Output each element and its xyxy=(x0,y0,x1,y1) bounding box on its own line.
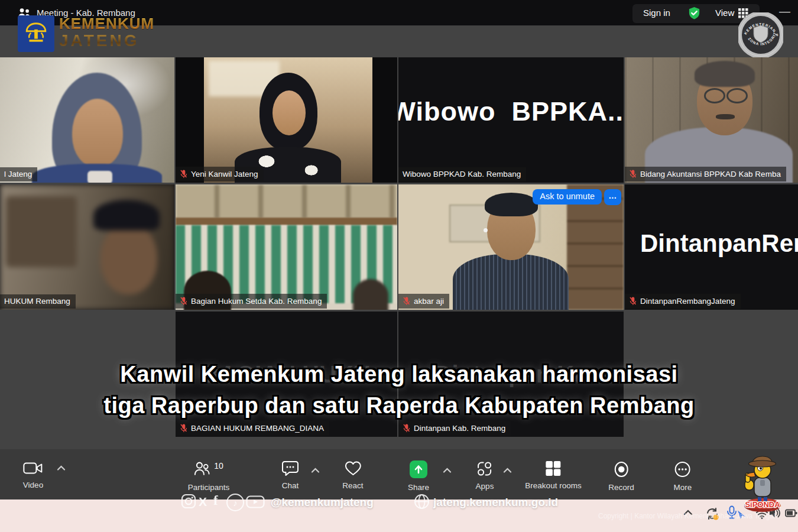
participant-video xyxy=(625,57,798,183)
participant-name-label: Yeni Kanwil Jateng xyxy=(176,167,264,181)
record-icon xyxy=(612,460,630,478)
participant-name: Dintanpan Kab. Rembang xyxy=(414,424,505,433)
video-tile-bidang-akuntansi[interactable]: Bidang Akuntansi BPPKAD Kab Remba xyxy=(625,57,798,183)
globe-icon xyxy=(414,494,430,510)
chat-label: Chat xyxy=(282,481,299,490)
record-button[interactable]: Record xyxy=(608,460,634,492)
react-button[interactable]: React xyxy=(342,460,363,490)
participants-label: Participants xyxy=(188,483,230,492)
video-tile-bagian-hukum-setda[interactable]: Bagian Hukum Setda Kab. Rembang xyxy=(176,184,397,310)
more-label: More xyxy=(674,483,692,492)
participant-name-label: Bidang Akuntansi BPPKAD Kab Remba xyxy=(625,167,786,181)
participant-video xyxy=(0,57,174,183)
video-tile-jateng[interactable]: l Jateng xyxy=(0,57,174,183)
participant-name-label: BAGIAN HUKUM REMBANG_DIANA xyxy=(176,421,329,436)
zoom-meeting-window: Meeting - Kab. Rembang Sign in View — KE… xyxy=(0,0,798,532)
share-chevron-up-icon[interactable] xyxy=(443,468,452,473)
breakout-rooms-icon xyxy=(545,460,561,476)
more-ellipsis-icon xyxy=(674,460,692,478)
muted-mic-icon xyxy=(180,423,187,433)
share-label: Share xyxy=(408,483,429,492)
kemenkum-jateng-logo: KEMENKUM JATENG xyxy=(18,15,154,52)
video-tile-hukum-rembang[interactable]: HUKUM Rembang xyxy=(0,184,174,310)
participant-name: akbar aji xyxy=(414,297,444,306)
chat-button[interactable]: Chat xyxy=(282,460,299,490)
video-tile-dintanpan-rembang[interactable]: DintanpanRem DintanpanRembangJateng xyxy=(625,184,798,310)
participant-name: Bagian Hukum Setda Kab. Rembang xyxy=(191,297,322,306)
logo-text-kemenkum: KEMENKUM xyxy=(59,15,154,32)
participant-video xyxy=(204,57,372,183)
chat-chevron-up-icon[interactable] xyxy=(311,468,320,473)
website-url: jateng.kemenkum.go.id xyxy=(433,496,558,509)
caption-line-1: Kanwil Kemenkum Jateng laksanakan harmon… xyxy=(0,359,798,390)
muted-mic-icon xyxy=(403,296,410,306)
video-tile-akbar-aji[interactable]: Ask to unmute ⋯ akbar aji xyxy=(398,184,624,310)
sign-in-button[interactable]: Sign in xyxy=(643,8,670,18)
apps-label: Apps xyxy=(476,482,494,491)
participant-name-label: Dintanpan Kab. Rembang xyxy=(398,421,511,436)
ask-to-unmute-button[interactable]: Ask to unmute xyxy=(533,189,602,205)
more-button[interactable]: More xyxy=(674,460,692,492)
participants-count: 10 xyxy=(214,461,223,471)
chat-bubble-icon xyxy=(282,460,299,476)
person-hair xyxy=(485,193,538,216)
participant-name: HUKUM Rembang xyxy=(4,297,70,306)
pengayoman-emblem xyxy=(18,15,54,52)
heart-icon xyxy=(344,460,362,476)
person-face xyxy=(273,90,306,135)
share-screen-icon xyxy=(410,460,427,478)
participants-button[interactable]: 10 Participants xyxy=(188,460,230,492)
participant-name-label: Wibowo BPPKAD Kab. Rembang xyxy=(398,167,526,181)
participant-name-label: HUKUM Rembang xyxy=(0,294,76,309)
breakout-rooms-label: Breakout rooms xyxy=(525,481,581,490)
view-button[interactable]: View xyxy=(715,8,734,18)
participant-video xyxy=(176,184,397,310)
participant-name: Yeni Kanwil Jateng xyxy=(191,170,258,179)
participant-video xyxy=(0,184,174,310)
participant-name-label: akbar aji xyxy=(398,294,449,309)
participant-name-label: DintanpanRembangJateng xyxy=(625,294,741,309)
tile-display-name: Wibowo BPPKA... xyxy=(398,57,624,183)
video-tile-wibowo[interactable]: Wibowo BPPKA... Wibowo BPPKAD Kab. Remba… xyxy=(398,57,624,183)
tile-display-name: DintanpanRem xyxy=(640,229,798,258)
share-button[interactable]: Share xyxy=(408,460,429,492)
muted-mic-icon xyxy=(180,296,187,306)
video-label: Video xyxy=(23,481,43,489)
peci-cap xyxy=(93,200,160,231)
participant-name: DintanpanRembangJateng xyxy=(640,297,735,306)
participant-name: Wibowo BPPKAD Kab. Rembang xyxy=(403,170,521,179)
youtube-icon xyxy=(246,495,265,508)
apps-button[interactable]: Apps xyxy=(476,460,494,491)
window-row xyxy=(176,184,397,219)
lower-third-caption: Kanwil Kemenkum Jateng laksanakan harmon… xyxy=(0,359,798,421)
video-button[interactable]: Video xyxy=(23,460,43,489)
muted-mic-icon xyxy=(629,296,637,306)
video-tile-yeni[interactable]: Yeni Kanwil Jateng xyxy=(176,57,397,183)
breakout-rooms-button[interactable]: Breakout rooms xyxy=(525,460,581,490)
participant-name: BAGIAN HUKUM REMBANG_DIANA xyxy=(191,424,324,433)
tile-more-options-button[interactable]: ⋯ xyxy=(604,189,621,205)
person-face xyxy=(100,223,157,294)
person-silhouette xyxy=(353,279,388,310)
security-shield-icon[interactable] xyxy=(687,7,701,20)
apps-icon xyxy=(476,460,493,477)
person-hair xyxy=(695,61,755,87)
person-face xyxy=(72,99,123,167)
participant-name-label: l Jateng xyxy=(0,167,37,181)
participant-name-label: Bagian Hukum Setda Kab. Rembang xyxy=(176,294,327,309)
mustache xyxy=(716,114,735,119)
apps-chevron-up-icon[interactable] xyxy=(503,468,512,473)
caption-line-2: tiga Raperbup dan satu Raperda Kabupaten… xyxy=(0,390,798,421)
instagram-icon xyxy=(181,494,196,509)
beam xyxy=(176,218,397,225)
cabinet xyxy=(6,196,77,267)
glasses xyxy=(704,88,725,103)
pengayoman-emblem-icon xyxy=(22,20,50,47)
video-chevron-up-icon[interactable] xyxy=(57,465,66,471)
muted-mic-icon xyxy=(403,423,410,433)
muted-mic-icon xyxy=(629,169,637,179)
tiktok-icon: ♪ xyxy=(226,494,244,511)
person-body xyxy=(453,254,569,310)
muted-mic-icon xyxy=(180,169,187,179)
record-label: Record xyxy=(608,483,634,492)
